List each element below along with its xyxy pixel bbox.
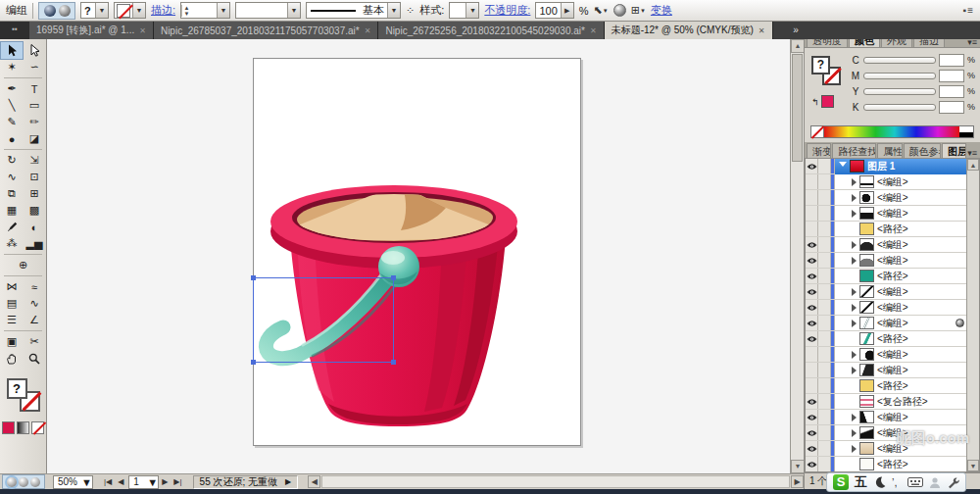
visibility-eye-icon[interactable] (806, 253, 818, 268)
layer-row-content[interactable]: 图层 1 (835, 159, 979, 174)
none-mode-button[interactable] (31, 421, 44, 434)
artboard[interactable] (253, 58, 581, 446)
layer-name[interactable]: <编组> (877, 301, 964, 315)
visibility-eye-icon[interactable] (806, 284, 818, 299)
layer-row-content[interactable]: <编组> (835, 410, 979, 425)
disclosure-triangle-icon[interactable] (852, 257, 857, 265)
lock-toggle[interactable] (818, 237, 831, 252)
blob-brush-tool[interactable]: ● (1, 130, 23, 147)
first-artboard-button[interactable]: |◀ (101, 477, 115, 486)
disclosure-triangle-icon[interactable] (839, 162, 847, 171)
layer-row-group[interactable]: <编组> (806, 347, 979, 363)
visibility-eye-icon[interactable] (806, 331, 818, 346)
status-readout[interactable]: 55 次还原; 无重做 ▶ (193, 475, 299, 489)
lock-toggle[interactable] (818, 457, 831, 471)
layer-name[interactable]: <编组> (877, 191, 964, 205)
layer-name[interactable]: <编组> (877, 254, 964, 268)
layer-row-path[interactable]: <路径> (806, 378, 979, 394)
layer-row-path[interactable]: <路径> (806, 331, 979, 347)
layer-name[interactable]: 图层 1 (867, 160, 964, 173)
layer-row-content[interactable]: <编组> (835, 284, 979, 300)
panel-tab-颜色参考[interactable]: 颜色参考 (904, 143, 941, 158)
visibility-eye-icon[interactable] (806, 316, 818, 330)
warp-tool[interactable]: ≈ (24, 278, 45, 295)
black-white-swatches[interactable] (959, 126, 973, 137)
layer-name[interactable]: <编组> (877, 207, 964, 221)
close-icon[interactable]: ✕ (590, 26, 597, 35)
lock-toggle[interactable] (818, 316, 831, 330)
ime-soft-keyboard-icon[interactable] (907, 476, 923, 488)
layer-name[interactable]: <路径> (877, 379, 964, 393)
artboard-tool[interactable]: ▣ (1, 333, 23, 350)
artboard-number-dropdown[interactable]: 1 ▼ (128, 475, 159, 489)
layer-row-content[interactable]: <编组> (835, 347, 979, 363)
visibility-eye-icon[interactable] (806, 159, 818, 173)
direct-selection-tool[interactable] (24, 42, 45, 59)
lasso-tool[interactable]: ∽ (24, 59, 45, 75)
ime-punctuation-icon[interactable]: ’, (892, 476, 902, 488)
hand-tool[interactable] (1, 350, 23, 367)
layer-row-content[interactable]: <编组> (835, 441, 979, 457)
disclosure-triangle-icon[interactable] (852, 429, 857, 437)
layer-row-group[interactable]: <编组> (806, 253, 979, 269)
disclosure-triangle-icon[interactable] (852, 320, 857, 327)
layer-row-group[interactable]: <编组> (806, 316, 979, 331)
visibility-eye-icon[interactable] (806, 394, 818, 409)
close-icon[interactable]: ✕ (759, 26, 765, 35)
layer-name[interactable]: <路径> (877, 458, 964, 471)
opacity-link[interactable]: 不透明度: (484, 3, 530, 18)
disclosure-triangle-icon[interactable] (852, 414, 857, 421)
disclosure-triangle-icon[interactable] (852, 288, 857, 296)
selection-handle-br[interactable] (391, 360, 396, 365)
close-icon[interactable]: ✕ (365, 26, 371, 35)
lock-toggle[interactable] (818, 174, 831, 189)
layer-row-content[interactable]: <编组> (835, 174, 979, 190)
lock-toggle[interactable] (818, 425, 831, 440)
opacity-field[interactable]: 100 ▶ (535, 2, 573, 19)
visibility-eye-icon[interactable] (806, 441, 818, 456)
lock-toggle[interactable] (818, 363, 831, 377)
width-profile-dropdown[interactable]: ▼ (235, 2, 301, 19)
raster-settings-icon[interactable]: ⁘ (406, 4, 415, 17)
last-color-swatch[interactable] (821, 95, 834, 108)
lock-toggle[interactable] (818, 378, 831, 393)
align-options-icon[interactable]: ⊞▼ (631, 4, 646, 17)
visibility-toggle-empty[interactable] (806, 174, 818, 189)
scroll-up-icon[interactable]: ▲ (791, 39, 805, 53)
layer-row-content[interactable]: <路径> (835, 331, 979, 347)
type-tool[interactable]: T (24, 80, 45, 97)
layer-row-group[interactable]: <编组> (806, 237, 979, 253)
layer-name[interactable]: <编组> (877, 317, 953, 330)
lock-toggle[interactable] (818, 300, 831, 315)
layer-row-content[interactable]: <编组> (835, 206, 979, 222)
visibility-toggle-empty[interactable] (806, 190, 818, 205)
visibility-eye-icon[interactable] (806, 457, 818, 471)
next-artboard-button[interactable]: ▶ (159, 477, 171, 486)
disclosure-triangle-icon[interactable] (852, 194, 857, 202)
lock-toggle[interactable] (818, 441, 831, 456)
layer-row-content[interactable]: <路径> (835, 222, 979, 237)
layer-row-content[interactable]: <路径> (835, 457, 979, 472)
paragraph-tool[interactable]: ☰ (1, 312, 23, 328)
layer-name[interactable]: <路径> (877, 332, 964, 346)
eraser-tool[interactable]: ◪ (24, 130, 45, 147)
disclosure-triangle-icon[interactable] (852, 210, 857, 218)
layer-row-group[interactable]: <编组> (806, 206, 979, 222)
layer-row-content[interactable]: <编组> (835, 363, 979, 378)
paintbrush-tool[interactable]: ✎ (1, 114, 23, 130)
channel-value-field[interactable] (939, 85, 964, 98)
document-tab-3[interactable]: Nipic_26725256_20180322100545029030.ai*✕ (378, 22, 604, 39)
layer-name[interactable]: <路径> (877, 222, 964, 236)
ime-account-icon[interactable] (929, 476, 941, 489)
transform-link[interactable]: 变换 (651, 3, 672, 18)
selection-handle-bl[interactable] (251, 360, 256, 365)
selection-handle-tr[interactable] (391, 275, 396, 280)
magic-wand-tool[interactable]: ✶ (1, 59, 23, 75)
visibility-eye-icon[interactable] (806, 300, 818, 315)
layer-row-group[interactable]: <编组> (806, 410, 979, 425)
none-swatch[interactable] (811, 126, 824, 137)
disclosure-triangle-icon[interactable] (852, 351, 857, 359)
fill-proxy-unknown[interactable]: ? (7, 378, 27, 399)
recolor-artwork-icon[interactable] (613, 4, 626, 17)
dock-collapse-button[interactable]: » (788, 24, 804, 36)
